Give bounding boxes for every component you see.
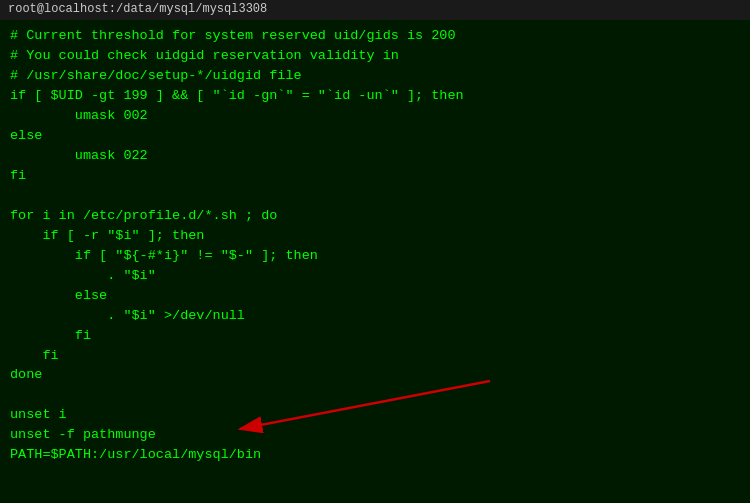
line-18: done (10, 365, 740, 385)
line-12: if [ "${-#*i}" != "$-" ]; then (10, 246, 740, 266)
line-2: # You could check uidgid reservation val… (10, 46, 740, 66)
terminal-content[interactable]: # Current threshold for system reserved … (0, 20, 750, 471)
line-16: fi (10, 326, 740, 346)
line-19 (10, 385, 740, 405)
line-7: umask 022 (10, 146, 740, 166)
line-21: unset -f pathmunge (10, 425, 740, 445)
title-text: root@localhost:/data/mysql/mysql3308 (8, 1, 267, 18)
line-3: # /usr/share/doc/setup-*/uidgid file (10, 66, 740, 86)
line-6: else (10, 126, 740, 146)
line-1: # Current threshold for system reserved … (10, 26, 740, 46)
title-bar: root@localhost:/data/mysql/mysql3308 (0, 0, 750, 20)
line-9 (10, 186, 740, 206)
line-5: umask 002 (10, 106, 740, 126)
line-15: . "$i" >/dev/null (10, 306, 740, 326)
line-4: if [ $UID -gt 199 ] && [ "`id -gn`" = "`… (10, 86, 740, 106)
line-11: if [ -r "$i" ]; then (10, 226, 740, 246)
terminal-window: root@localhost:/data/mysql/mysql3308 # C… (0, 0, 750, 503)
line-14: else (10, 286, 740, 306)
line-22: PATH=$PATH:/usr/local/mysql/bin (10, 445, 740, 465)
line-13: . "$i" (10, 266, 740, 286)
line-10: for i in /etc/profile.d/*.sh ; do (10, 206, 740, 226)
line-20: unset i (10, 405, 740, 425)
line-17: fi (10, 346, 740, 366)
line-8: fi (10, 166, 740, 186)
